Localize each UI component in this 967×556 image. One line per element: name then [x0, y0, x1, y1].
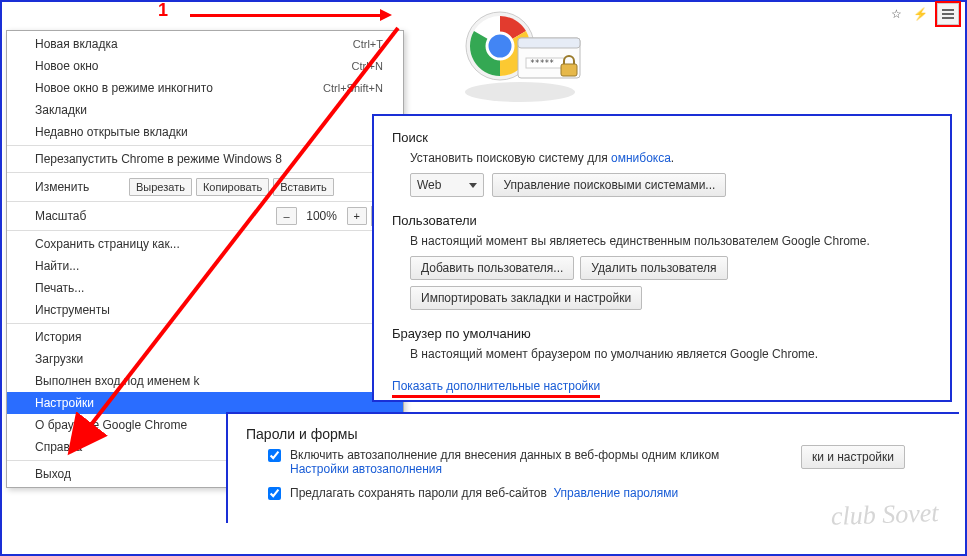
menu-shortcut: Ctrl+T: [353, 38, 383, 50]
select-value: Web: [417, 178, 441, 192]
search-desc-text: Установить поисковую систему для: [410, 151, 611, 165]
menu-label: Выполнен вход под именем k: [35, 374, 383, 388]
default-browser-text: В настоящий момент браузером по умолчани…: [410, 347, 932, 361]
menu-downloads[interactable]: Загрузки: [7, 348, 403, 370]
import-bookmarks-button[interactable]: Импортировать закладки и настройки: [410, 286, 642, 310]
zoom-out-button[interactable]: –: [276, 207, 296, 225]
menu-label: Новое окно в режиме инкогнито: [35, 81, 323, 95]
users-section-heading: Пользователи: [392, 213, 932, 228]
settings-panel: Поиск Установить поисковую систему для о…: [372, 114, 952, 402]
star-icon[interactable]: ☆: [887, 5, 905, 23]
menu-separator: [7, 172, 403, 173]
menu-button[interactable]: [935, 1, 961, 27]
paste-button[interactable]: Вставить: [273, 178, 334, 196]
chevron-down-icon: [469, 183, 477, 188]
menu-new-window[interactable]: Новое окно Ctrl+N: [7, 55, 403, 77]
show-advanced-settings-link[interactable]: Показать дополнительные настройки: [392, 379, 600, 398]
menu-label: Инструменты: [35, 303, 383, 317]
menu-label: Новое окно: [35, 59, 352, 73]
save-passwords-checkbox[interactable]: [268, 487, 281, 500]
svg-text:*****: *****: [530, 59, 554, 68]
users-desc-text: В настоящий момент вы являетесь единстве…: [410, 234, 932, 248]
watermark: club Sovet: [831, 498, 940, 532]
menu-print[interactable]: Печать...: [7, 277, 403, 299]
add-user-button[interactable]: Добавить пользователя...: [410, 256, 574, 280]
search-desc-tail: .: [671, 151, 674, 165]
menu-history[interactable]: История: [7, 326, 403, 348]
menu-separator: [7, 323, 403, 324]
menu-label: Загрузки: [35, 352, 383, 366]
menu-label: Печать...: [35, 281, 383, 295]
menu-label: Сохранить страницу как...: [35, 237, 383, 251]
menu-find[interactable]: Найти...: [7, 255, 403, 277]
svg-point-3: [487, 33, 513, 59]
menu-separator: [7, 230, 403, 231]
menu-tools[interactable]: Инструменты: [7, 299, 403, 321]
annotation-arrow-1: [190, 14, 382, 17]
menu-settings[interactable]: Настройки: [7, 392, 403, 414]
menu-label: История: [35, 330, 383, 344]
menu-shortcut: Ctrl+Shift+N: [323, 82, 383, 94]
menu-save-page[interactable]: Сохранить страницу как...: [7, 233, 403, 255]
default-browser-section-heading: Браузер по умолчанию: [392, 326, 932, 341]
menu-zoom-row: Масштаб – 100% + ⛶: [7, 204, 403, 228]
menu-relaunch-win8[interactable]: Перезапустить Chrome в режиме Windows 8: [7, 148, 403, 170]
search-engine-select[interactable]: Web: [410, 173, 484, 197]
delete-user-button[interactable]: Удалить пользователя: [580, 256, 727, 280]
svg-rect-8: [561, 64, 577, 76]
menu-label: Перезапустить Chrome в режиме Windows 8: [35, 152, 383, 166]
menu-shortcut: Ctrl+N: [352, 60, 383, 72]
menu-separator: [7, 145, 403, 146]
menu-signed-in[interactable]: Выполнен вход под именем k: [7, 370, 403, 392]
import-bookmarks-button-partial[interactable]: ки и настройки: [801, 445, 905, 469]
menu-label: Закладки: [35, 103, 383, 117]
menu-incognito[interactable]: Новое окно в режиме инкогнито Ctrl+Shift…: [7, 77, 403, 99]
passwords-forms-heading: Пароли и формы: [246, 426, 941, 442]
checkbox-label: Включить автозаполнение для внесения дан…: [290, 448, 719, 462]
svg-point-0: [465, 82, 575, 102]
copy-button[interactable]: Копировать: [196, 178, 269, 196]
menu-label: Найти...: [35, 259, 383, 273]
manage-passwords-link[interactable]: Управление паролями: [553, 486, 678, 500]
menu-label: Новая вкладка: [35, 37, 353, 51]
autofill-settings-link[interactable]: Настройки автозаполнения: [290, 462, 442, 476]
menu-zoom-label: Масштаб: [35, 209, 125, 223]
menu-bookmarks[interactable]: Закладки: [7, 99, 403, 121]
svg-rect-5: [518, 38, 580, 48]
cut-button[interactable]: Вырезать: [129, 178, 192, 196]
enable-autofill-checkbox[interactable]: [268, 449, 281, 462]
menu-label: Недавно открытые вкладки: [35, 125, 383, 139]
menu-new-tab[interactable]: Новая вкладка Ctrl+T: [7, 33, 403, 55]
zoom-in-button[interactable]: +: [347, 207, 367, 225]
menu-edit-label: Изменить: [35, 180, 125, 194]
chrome-passwords-illustration: *****: [460, 4, 590, 104]
menu-label: Настройки: [35, 396, 383, 410]
hamburger-icon: [942, 9, 954, 19]
manage-search-engines-button[interactable]: Управление поисковыми системами...: [492, 173, 726, 197]
menu-separator: [7, 201, 403, 202]
annotation-step-1: 1: [158, 0, 168, 21]
checkbox-label: Предлагать сохранять пароли для веб-сайт…: [290, 486, 547, 500]
menu-recent-tabs[interactable]: Недавно открытые вкладки: [7, 121, 403, 143]
zoom-value: 100%: [301, 209, 343, 223]
flash-icon[interactable]: ⚡: [911, 5, 929, 23]
search-section-heading: Поиск: [392, 130, 932, 145]
omnibox-link[interactable]: омнибокса: [611, 151, 671, 165]
menu-edit-row: Изменить Вырезать Копировать Вставить: [7, 175, 403, 199]
